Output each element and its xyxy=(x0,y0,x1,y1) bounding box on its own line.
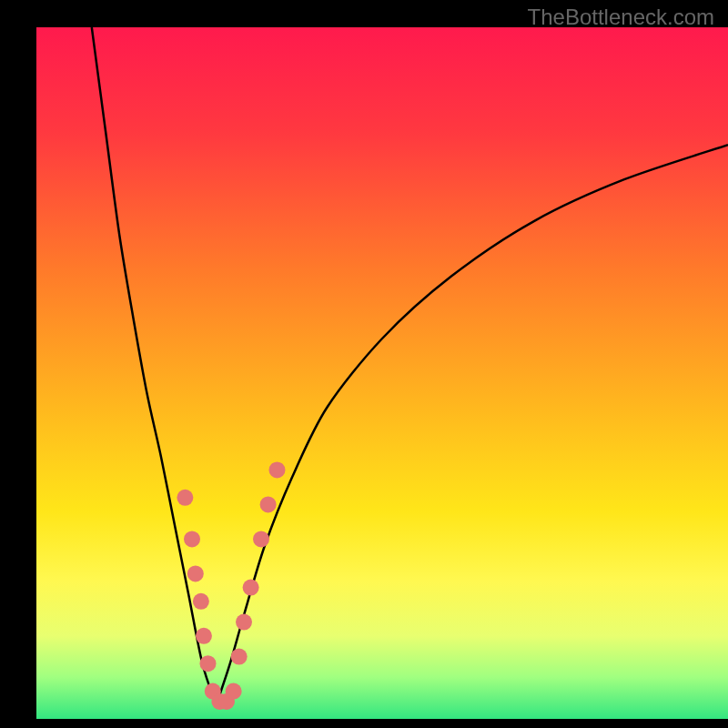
watermark-text: TheBottleneck.com xyxy=(528,5,714,30)
data-marker xyxy=(196,628,212,644)
data-marker xyxy=(236,614,252,631)
plot-background xyxy=(36,27,728,719)
data-marker xyxy=(193,593,209,610)
data-marker xyxy=(268,461,285,478)
data-marker xyxy=(243,580,259,596)
data-marker xyxy=(253,531,269,547)
data-marker xyxy=(231,649,248,665)
data-marker xyxy=(199,655,216,672)
data-marker xyxy=(187,565,204,581)
data-marker xyxy=(226,683,242,700)
data-marker xyxy=(184,531,200,547)
data-marker xyxy=(260,496,277,512)
chart-container xyxy=(0,0,728,728)
chart-svg xyxy=(0,0,728,728)
data-marker xyxy=(177,490,193,506)
